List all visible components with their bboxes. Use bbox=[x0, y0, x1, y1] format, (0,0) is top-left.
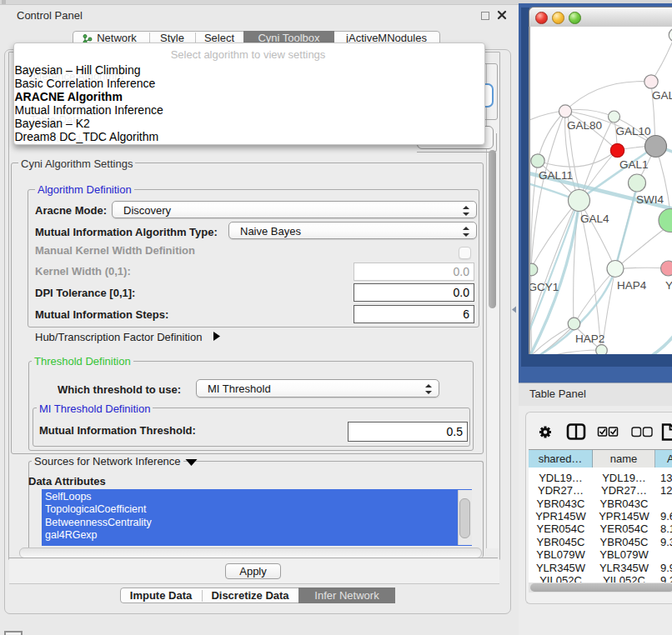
svg-text:GCY1: GCY1 bbox=[529, 281, 559, 293]
svg-text:GAL1: GAL1 bbox=[619, 158, 649, 171]
svg-text:GAL10: GAL10 bbox=[616, 125, 651, 138]
svg-text:GAL11: GAL11 bbox=[539, 169, 573, 182]
svg-text:YL: YL bbox=[665, 279, 672, 292]
svg-text:GAL7: GAL7 bbox=[652, 89, 672, 102]
svg-text:GAL80: GAL80 bbox=[567, 119, 602, 132]
svg-text:HAP4: HAP4 bbox=[617, 279, 647, 292]
svg-text:GAL4: GAL4 bbox=[580, 212, 609, 225]
svg-text:SWI4: SWI4 bbox=[636, 193, 664, 206]
svg-text:HAP2: HAP2 bbox=[575, 332, 604, 345]
